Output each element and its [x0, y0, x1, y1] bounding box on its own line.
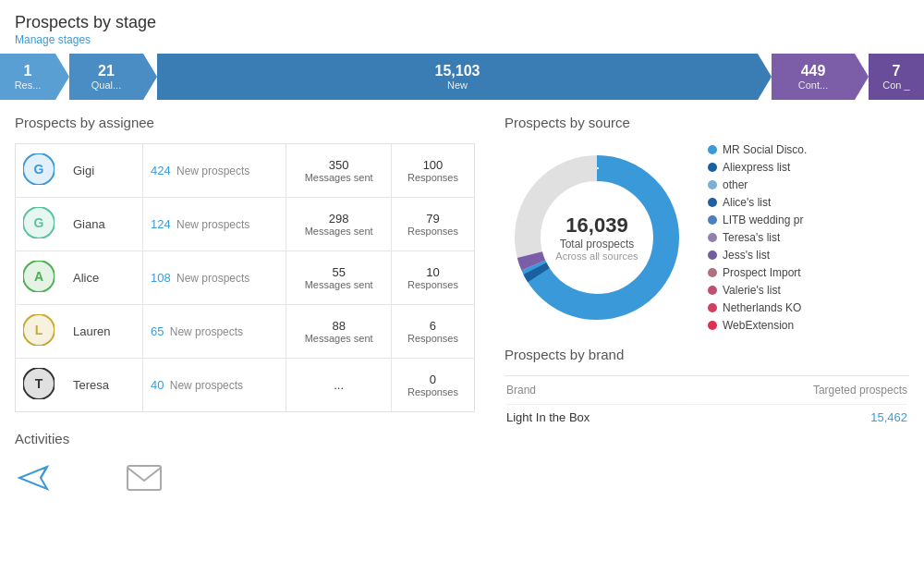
- right-panel: Prospects by source: [490, 100, 924, 511]
- activity-icon-email: [126, 464, 163, 492]
- legend-label: MR Social Disco.: [723, 143, 807, 156]
- brand-row: Light In the Box 15,462: [506, 404, 907, 430]
- legend-item: other: [708, 178, 807, 191]
- stage-2-arrow: [143, 54, 157, 100]
- responses-cell: 79Responses: [391, 198, 474, 251]
- legend-label: Aliexpress list: [723, 161, 790, 174]
- donut-chart: 16,039 Total prospects Across all source…: [505, 145, 689, 330]
- legend-item: Aliexpress list: [708, 161, 807, 174]
- legend-dot: [708, 250, 717, 260]
- send-icon: [15, 459, 52, 496]
- legend-dot: [708, 303, 717, 312]
- assignee-row: G Gigi424 New prospects350Messages sent1…: [16, 144, 475, 198]
- email-icon: [126, 464, 163, 492]
- assignee-name: Giana: [62, 198, 142, 251]
- legend-dot: [708, 145, 717, 154]
- legend-item: MR Social Disco.: [708, 143, 807, 156]
- svg-marker-15: [19, 467, 47, 489]
- stage-item-4[interactable]: 449 Cont...: [772, 54, 855, 100]
- messages-sent-cell: 298Messages sent: [286, 198, 392, 251]
- legend-item: Jess's list: [708, 249, 807, 262]
- responses-cell: 100Responses: [391, 144, 474, 198]
- legend-dot: [708, 198, 717, 207]
- assignee-row: G Giana124 New prospects298Messages sent…: [16, 198, 475, 251]
- stage-item-2[interactable]: 21 Qual...: [69, 54, 143, 100]
- legend-label: Jess's list: [723, 249, 770, 262]
- brand-section-title: Prospects by brand: [505, 347, 909, 362]
- donut-section: 16,039 Total prospects Across all source…: [505, 143, 909, 332]
- messages-sent-cell: 88Messages sent: [286, 305, 392, 359]
- avatar: L: [23, 314, 55, 346]
- messages-sent-cell: ...: [286, 359, 392, 412]
- avatar: T: [23, 368, 55, 399]
- svg-text:L: L: [35, 323, 43, 337]
- stage-4-arrow: [855, 54, 869, 100]
- activities-icons: [15, 459, 475, 496]
- stage-5-count: 7: [893, 63, 901, 79]
- stage-4-count: 449: [801, 63, 826, 79]
- legend-item: Netherlands KO: [708, 301, 807, 314]
- stage-2-count: 21: [98, 63, 115, 79]
- assignee-table: G Gigi424 New prospects350Messages sent1…: [15, 143, 475, 412]
- stage-3-label: New: [447, 79, 468, 91]
- assignee-avatar-cell: G: [16, 198, 63, 251]
- legend-dot: [708, 215, 717, 225]
- legend-label: other: [723, 178, 748, 191]
- legend-dot: [708, 233, 717, 242]
- prospects-col-header: Targeted prospects: [696, 378, 907, 402]
- legend-item: Alice's list: [708, 196, 807, 209]
- assignee-avatar-cell: G: [16, 144, 63, 198]
- svg-text:G: G: [34, 215, 44, 230]
- assignee-name: Gigi: [62, 144, 142, 198]
- brand-table: Brand Targeted prospects Light In the Bo…: [505, 375, 909, 432]
- stage-item-1[interactable]: 1 Res...: [0, 54, 55, 100]
- assignee-avatar-cell: L: [16, 305, 63, 359]
- assignee-name: Alice: [62, 251, 142, 305]
- legend-dot: [708, 321, 717, 330]
- assignee-avatar-cell: T: [16, 359, 63, 412]
- brand-col-header: Brand: [506, 378, 694, 402]
- manage-stages-link[interactable]: Manage stages: [15, 33, 91, 46]
- stage-1-arrow: [55, 54, 69, 100]
- donut-total: 16,039: [555, 214, 638, 238]
- donut-sub: Across all sources: [555, 250, 638, 262]
- responses-cell: 10Responses: [391, 251, 474, 305]
- new-prospects-cell: 40 New prospects: [142, 359, 286, 412]
- legend-item: WebExtension: [708, 319, 807, 332]
- avatar: A: [23, 261, 55, 292]
- stage-2-label: Qual...: [91, 79, 121, 91]
- new-prospects-cell: 65 New prospects: [142, 305, 286, 359]
- brand-name: Light In the Box: [506, 404, 694, 430]
- svg-text:A: A: [34, 269, 43, 284]
- legend-item: Teresa's list: [708, 231, 807, 244]
- legend-item: Valerie's list: [708, 284, 807, 297]
- brand-prospects: 15,462: [696, 404, 907, 430]
- stage-3-arrow: [758, 54, 772, 100]
- main-content: Prospects by assignee G Gigi424 New pros…: [0, 100, 924, 511]
- activities-title: Activities: [15, 431, 475, 446]
- stage-1-count: 1: [24, 63, 32, 79]
- stage-item-3[interactable]: 15,103 New: [157, 54, 758, 100]
- legend-label: LITB wedding pr: [723, 214, 803, 226]
- assignee-row: T Teresa40 New prospects...0Responses: [16, 359, 475, 412]
- source-section-title: Prospects by source: [505, 115, 909, 130]
- page-title: Prospects by stage: [15, 13, 909, 32]
- svg-text:T: T: [35, 376, 43, 391]
- legend-dot: [708, 163, 717, 172]
- source-legend: MR Social Disco. Aliexpress list other A…: [708, 143, 807, 332]
- responses-cell: 6Responses: [391, 305, 474, 359]
- legend-label: Valerie's list: [723, 284, 781, 297]
- messages-sent-cell: 55Messages sent: [286, 251, 392, 305]
- stage-item-5[interactable]: 7 Con _: [869, 54, 924, 100]
- legend-label: Teresa's list: [723, 231, 780, 244]
- page: Prospects by stage Manage stages 1 Res..…: [0, 0, 924, 574]
- stage-5-label: Con _: [882, 79, 909, 91]
- legend-item: LITB wedding pr: [708, 214, 807, 226]
- new-prospects-cell: 108 New prospects: [142, 251, 286, 305]
- new-prospects-cell: 424 New prospects: [142, 144, 286, 198]
- assignee-name: Lauren: [62, 305, 142, 359]
- new-prospects-cell: 124 New prospects: [142, 198, 286, 251]
- donut-label: Total prospects: [555, 238, 638, 250]
- donut-center: 16,039 Total prospects Across all source…: [555, 214, 638, 262]
- legend-item: Prospect Import: [708, 266, 807, 279]
